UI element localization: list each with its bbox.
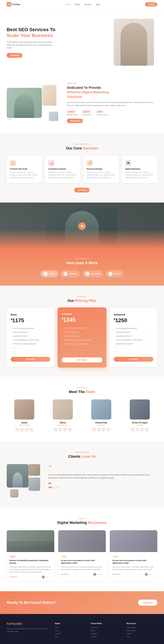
services-more-button[interactable]: See More — [74, 188, 90, 192]
step-num-3: 03 — [85, 272, 89, 276]
service-icon-3: 🔑 — [87, 160, 93, 166]
plan-price-premium: $1345 — [62, 317, 102, 323]
team-name-ahnan: Ahnan Ali Zayan — [122, 422, 157, 424]
testimonials-tag: Testimonials — [7, 452, 157, 453]
service-icon-2: 📊 — [48, 160, 54, 166]
elissa-instagram-icon[interactable]: in — [63, 428, 67, 432]
hero-title: Best SEO Services To Scale Your Business — [7, 27, 57, 38]
footer-link-facebook[interactable]: Facebook — [91, 627, 122, 628]
about-dots — [7, 118, 12, 120]
read-more-1[interactable]: Read More — [9, 576, 17, 578]
cta-button[interactable]: Get Started — [138, 600, 157, 606]
feature-premium-4: Reviews Management: 3 Quick Replies — [62, 338, 102, 342]
ahnan-twitter-icon[interactable]: t — [136, 428, 139, 432]
james-twitter-icon[interactable]: t — [20, 428, 24, 432]
james-facebook-icon[interactable]: f — [15, 428, 19, 432]
blog-date-2: June 6, 21 — [93, 573, 103, 576]
blog-header: Blog Digital Marketing Resources — [7, 518, 157, 525]
step-button-2[interactable]: 02 Activation — [60, 270, 80, 277]
ahnan-instagram-icon[interactable]: in — [140, 428, 144, 432]
testimonial-dot-3[interactable] — [55, 487, 57, 488]
ahnan-facebook-icon[interactable]: f — [131, 428, 135, 432]
plan-btn-advanced[interactable]: Get Started — [114, 357, 153, 362]
blog-body-3: Blog Ut vero est et accusamus et iusto s… — [110, 552, 157, 578]
testimonial-dot-4[interactable] — [58, 487, 59, 488]
team-photo-octavia — [91, 400, 111, 420]
play-button[interactable] — [78, 222, 86, 230]
team-photo-inner-octavia — [91, 400, 111, 420]
elissa-twitter-icon[interactable]: t — [59, 428, 62, 432]
feature-advanced-4: Reviews Management: 2 Quick Replies — [114, 338, 153, 342]
logo-text: ForPlan — [12, 3, 20, 6]
feature-basic-4: Reviews Management: 1 Quick Replies — [11, 338, 50, 342]
plan-btn-premium[interactable]: Get Started — [62, 357, 102, 362]
nav-about[interactable]: About — [75, 3, 80, 5]
footer-grid: ForPlanSEO Viverra interdum nulla diam m… — [7, 622, 157, 639]
about-overlay-image — [42, 84, 57, 106]
about-small-image — [48, 111, 59, 121]
blog-category-1: Blog — [9, 555, 16, 558]
team-socials-james: f t in li — [7, 428, 42, 432]
nav-home[interactable]: Home — [65, 3, 70, 5]
about-stats: 1400+ Satisfied Clients 1500+ Projects D… — [67, 110, 157, 116]
feature-basic-7: — — [11, 350, 50, 354]
ahnan-linkedin-icon[interactable]: li — [145, 428, 149, 432]
footer-description: Viverra interdum nulla diam mauris finib… — [7, 628, 50, 633]
footer-link-casestudies[interactable]: Case Studies — [127, 627, 157, 628]
blog-title-1: Dachrus un blandiits praesntium voluptat… — [9, 559, 51, 564]
james-instagram-icon[interactable]: in — [25, 428, 28, 432]
services-grid: 📋 Technical Site Audit Praesent ut viver… — [7, 156, 157, 183]
step-label-1: Content — [49, 273, 55, 274]
nav-services[interactable]: Services — [85, 3, 92, 5]
feature-advanced-3: Beautiful Data Driven: 3 — [114, 334, 153, 338]
testimonial-dot-1[interactable] — [48, 487, 52, 488]
octavia-twitter-icon[interactable]: t — [97, 428, 101, 432]
team-grid: James CEO & Founder f t in li Elissa Mar… — [7, 400, 157, 432]
elissa-linkedin-icon[interactable]: li — [68, 428, 72, 432]
service-desc-2: Praesent ut viverra lorem. Vivamus, volu… — [48, 171, 77, 179]
footer-link-blog[interactable]: Blog — [55, 636, 86, 638]
footer-link-support[interactable]: Support — [127, 633, 157, 634]
step-label-2: Activation — [69, 273, 77, 274]
read-more-2[interactable]: Read More — [61, 574, 69, 575]
footer-link-home[interactable]: Home — [55, 627, 86, 628]
service-name-2: Competitor Analysis — [48, 168, 77, 170]
step-button-1[interactable]: 01 Content — [40, 270, 58, 277]
testimonial-dot-2[interactable] — [53, 487, 54, 488]
read-more-3[interactable]: Read More — [113, 574, 120, 575]
footer-link-instagram[interactable]: Instagram — [91, 633, 122, 634]
team-name-octavia: Octavia Pear — [84, 422, 119, 424]
footer-brand-col: ForPlanSEO Viverra interdum nulla diam m… — [7, 622, 50, 639]
footer-social-title: Social Media — [91, 622, 122, 624]
logo: SEO ForPlan — [7, 2, 20, 7]
service-name-3: Keyword Strategy — [87, 168, 116, 170]
contact-button[interactable]: Contact — [145, 2, 157, 6]
octavia-linkedin-icon[interactable]: li — [106, 428, 110, 432]
feature-advanced-5: Advanced Data Analytics — [114, 342, 153, 346]
footer-link-media[interactable]: Media Center — [127, 630, 157, 632]
blog-date-text-3: June 8, 21 — [149, 574, 155, 575]
octavia-facebook-icon[interactable]: f — [92, 428, 96, 432]
testimonial-img-xs — [10, 489, 18, 498]
footer-link-linkedin[interactable]: LinkedIn — [91, 636, 122, 638]
blog-meta-2: Read More June 6, 21 — [61, 573, 103, 576]
about-cta-button[interactable]: About More — [67, 118, 83, 123]
nav-blog[interactable]: Blog — [96, 3, 100, 5]
elissa-facebook-icon[interactable]: f — [54, 428, 58, 432]
step-button-3[interactable]: 03 e-Marketing — [82, 270, 103, 277]
blog-tag: Blog — [7, 518, 157, 520]
feature-premium-5: Verification & Loyalty Management — [62, 342, 102, 346]
footer-link-about[interactable]: About — [55, 630, 86, 632]
james-linkedin-icon[interactable]: li — [29, 428, 33, 432]
testimonial-dots — [48, 487, 157, 488]
price-card-advanced: Advanced $1250 Up to 30 keyphrases optim… — [110, 308, 157, 367]
hero-cta-button[interactable]: Read More — [7, 53, 23, 58]
footer-link-services[interactable]: Services — [55, 633, 86, 634]
footer-link-twitter[interactable]: Twitter — [91, 630, 122, 632]
testimonial-layout: " Enim as mi blandit blandit blandit ves… — [7, 464, 157, 498]
plan-btn-basic[interactable]: Get Started — [11, 357, 50, 362]
step-button-4[interactable]: 04 Get SEO — [105, 270, 124, 277]
footer-link-faq[interactable]: FAQ — [127, 636, 157, 638]
octavia-instagram-icon[interactable]: in — [102, 428, 105, 432]
feature-premium-3: Beautiful Data Driven: 4 — [62, 334, 102, 338]
